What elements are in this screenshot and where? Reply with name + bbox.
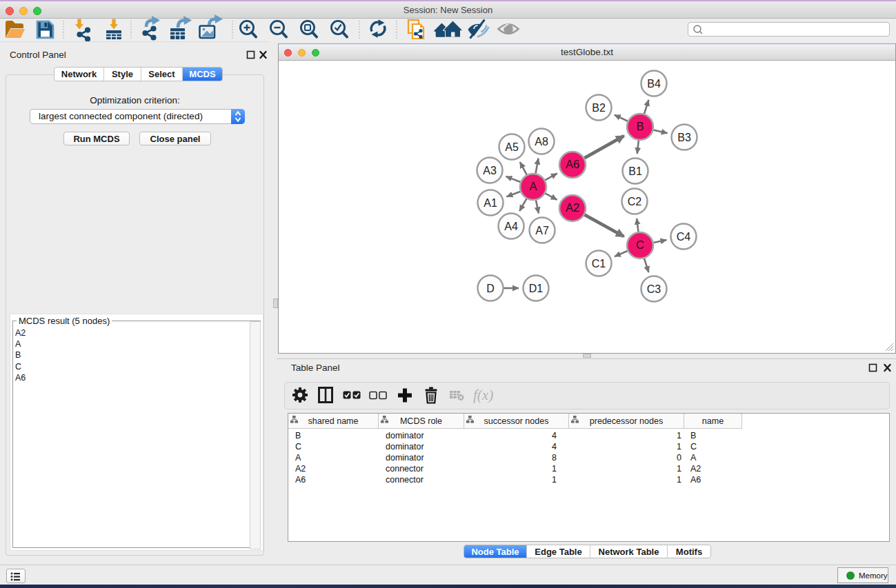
svg-text:f(x): f(x) <box>473 387 493 403</box>
